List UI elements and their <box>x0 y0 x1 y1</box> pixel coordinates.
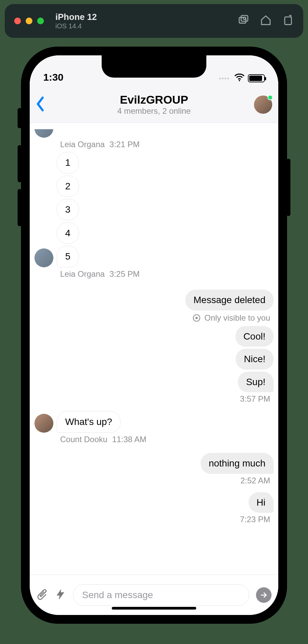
message-time: 3:25 PM <box>109 269 139 279</box>
avatar[interactable] <box>34 248 53 267</box>
message-input[interactable] <box>73 584 249 606</box>
attachment-icon[interactable] <box>36 589 48 601</box>
cellular-icon <box>219 78 229 79</box>
chat-header: EvilzGROUP 4 members, 2 online <box>30 86 278 123</box>
svg-rect-3 <box>285 17 291 25</box>
message-bubble[interactable]: Sup! <box>238 372 274 393</box>
simulator-device-label: iPhone 12 <box>55 12 97 22</box>
simulator-os-label: iOS 14.4 <box>55 22 97 30</box>
message-bubble[interactable]: Hi <box>249 492 274 513</box>
svg-rect-1 <box>241 16 248 21</box>
deleted-message-bubble[interactable]: Message deleted <box>185 290 274 311</box>
chat-title[interactable]: EvilzGROUP <box>30 93 278 106</box>
minimize-window-icon[interactable] <box>26 18 32 24</box>
home-indicator[interactable] <box>112 607 196 610</box>
send-button[interactable] <box>256 587 272 603</box>
presence-indicator-icon <box>267 95 273 100</box>
wifi-icon <box>234 74 245 83</box>
phone-frame: 1:30 EvilzGROUP 4 members, 2 online <box>21 47 287 624</box>
chat-subtitle: 4 members, 2 online <box>30 106 278 116</box>
eye-icon <box>192 314 201 322</box>
message-time: 11:38 AM <box>112 435 146 444</box>
message-bubble[interactable]: 4 <box>57 222 79 244</box>
avatar[interactable] <box>34 414 53 433</box>
notch <box>102 55 206 78</box>
message-time: 3:57 PM <box>34 392 274 404</box>
message-time: 7:23 PM <box>34 513 274 525</box>
svg-point-4 <box>239 80 240 81</box>
message-bubble[interactable]: 2 <box>57 176 79 197</box>
screenshot-icon[interactable] <box>238 15 249 27</box>
message-bubble[interactable]: Cool! <box>235 326 274 347</box>
svg-point-6 <box>196 317 198 319</box>
status-time: 1:30 <box>43 72 63 83</box>
sender-name: Count Dooku <box>60 435 107 444</box>
simulator-toolbar: iPhone 12 iOS 14.4 <box>5 4 303 38</box>
svg-point-2 <box>243 17 246 20</box>
phone-screen: 1:30 EvilzGROUP 4 members, 2 online <box>30 55 278 615</box>
header-avatar[interactable] <box>254 96 272 114</box>
back-button[interactable] <box>36 97 45 113</box>
visibility-notice: Only visible to you <box>34 311 274 324</box>
message-bubble[interactable]: What's up? <box>57 411 121 433</box>
battery-icon <box>248 74 265 82</box>
rotate-icon[interactable] <box>282 15 294 27</box>
home-icon[interactable] <box>260 15 272 27</box>
close-window-icon[interactable] <box>14 18 21 24</box>
avatar[interactable] <box>34 123 53 138</box>
message-meta: Leia Organa 3:21 PM <box>34 138 274 150</box>
window-traffic-lights[interactable] <box>14 18 44 24</box>
message-time: 2:52 AM <box>34 474 274 486</box>
message-time: 3:21 PM <box>109 140 139 149</box>
lightning-icon[interactable] <box>55 589 66 601</box>
message-list[interactable]: Leia Organa 3:21 PM 1 2 3 4 5 Leia Organ… <box>30 123 278 574</box>
message-meta: Count Dooku 11:38 AM <box>34 433 274 445</box>
svg-rect-0 <box>239 18 246 23</box>
zoom-window-icon[interactable] <box>37 18 44 24</box>
message-bubble[interactable]: 1 <box>57 152 79 173</box>
message-bubble[interactable]: Nice! <box>236 349 274 370</box>
sender-name: Leia Organa <box>60 269 105 279</box>
sender-name: Leia Organa <box>60 140 105 149</box>
message-meta: Leia Organa 3:25 PM <box>34 267 274 279</box>
message-bubble[interactable]: nothing much <box>201 453 274 474</box>
message-bubble[interactable]: 3 <box>57 199 79 220</box>
message-bubble[interactable]: 5 <box>57 246 79 267</box>
